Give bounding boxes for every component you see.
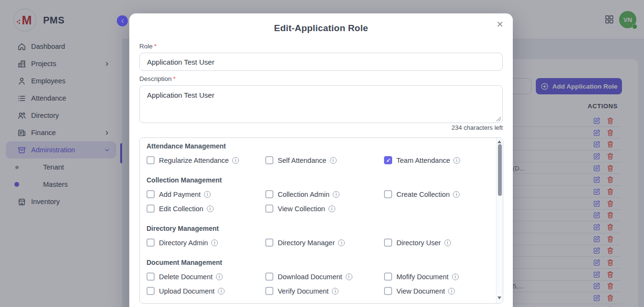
- permission-label: Create Collection: [396, 191, 450, 198]
- permission-section-title: Document Management: [147, 258, 496, 267]
- characters-left-counter: 234 characters left: [452, 124, 503, 131]
- permission-section-directory-management: Directory Management Directory Admin Dir…: [147, 224, 496, 248]
- checkbox[interactable]: [265, 156, 273, 164]
- permission-checkbox-self-attendance[interactable]: Self Attendance: [265, 155, 384, 165]
- info-icon: [444, 239, 451, 246]
- permission-label: Collection Admin: [278, 191, 329, 198]
- info-icon: [346, 273, 352, 280]
- checkbox[interactable]: [384, 287, 392, 295]
- checkbox[interactable]: [265, 190, 273, 198]
- checkbox[interactable]: [147, 205, 155, 213]
- close-icon[interactable]: ✕: [494, 18, 506, 31]
- checkbox[interactable]: [147, 239, 155, 247]
- checkbox[interactable]: [384, 190, 392, 198]
- checkbox[interactable]: [384, 273, 392, 281]
- permission-checkbox-create-collection[interactable]: Create Collection: [384, 189, 496, 199]
- info-icon: [232, 157, 239, 164]
- description-label: Description*: [139, 75, 176, 82]
- checkbox[interactable]: [265, 273, 273, 281]
- info-icon: [218, 288, 225, 295]
- checkbox[interactable]: [147, 273, 155, 281]
- permissions-list: Attendance Management Regularize Attenda…: [140, 138, 496, 303]
- info-icon: [448, 288, 455, 295]
- checkbox[interactable]: [265, 287, 273, 295]
- info-icon: [453, 191, 460, 198]
- chevron-left-icon: [120, 18, 125, 24]
- permission-label: View Collection: [278, 205, 325, 213]
- permission-label: Self Attendance: [278, 157, 327, 164]
- role-input[interactable]: [139, 53, 503, 71]
- permission-label: Verify Document: [278, 287, 328, 295]
- info-icon: [204, 191, 211, 198]
- permission-checkbox-edit-collection[interactable]: Edit Collection: [147, 204, 265, 214]
- info-icon: [216, 273, 223, 280]
- permission-checkbox-download-document[interactable]: Download Document: [265, 272, 384, 282]
- info-icon: [207, 205, 214, 212]
- permission-label: Add Payment: [159, 191, 201, 198]
- permission-label: Download Document: [278, 273, 342, 281]
- permission-label: Regularize Attendance: [159, 157, 229, 164]
- info-icon: [211, 239, 218, 246]
- permission-label: Directory Manager: [278, 239, 335, 247]
- edit-application-role-modal: Edit-Application Role ✕ Role* Descriptio…: [129, 13, 513, 307]
- info-icon: [338, 239, 345, 246]
- permission-checkbox-add-payment[interactable]: Add Payment: [147, 189, 265, 199]
- permissions-scrollbar[interactable]: [496, 138, 503, 303]
- permission-grid: Add Payment Collection Admin Create Coll…: [147, 189, 496, 214]
- checkbox[interactable]: [147, 287, 155, 295]
- info-icon: [333, 191, 339, 198]
- app-root: M PMS Dashboard Projects Employees Atten…: [0, 0, 644, 307]
- sidebar-collapse-button[interactable]: [117, 15, 128, 26]
- permission-checkbox-mofify-document[interactable]: Mofify Document: [384, 272, 496, 282]
- permission-checkbox-directory-user[interactable]: Directory User: [384, 238, 496, 248]
- permission-checkbox-verify-document[interactable]: Verify Document: [265, 286, 384, 296]
- permission-section-collection-management: Collection Management Add Payment Collec…: [147, 176, 496, 214]
- modal-title: Edit-Application Role: [129, 23, 513, 34]
- checkbox[interactable]: [147, 190, 155, 198]
- permission-grid: Directory Admin Directory Manager Direct…: [147, 238, 496, 248]
- checkbox[interactable]: [265, 205, 273, 213]
- checkbox[interactable]: [147, 156, 155, 164]
- permission-section-title: Attendance Management: [147, 142, 496, 150]
- permission-label: Upload Document: [159, 287, 215, 295]
- info-icon: [328, 205, 335, 212]
- permission-checkbox-upload-document[interactable]: Upload Document: [147, 286, 265, 296]
- permission-checkbox-team-attendance[interactable]: Team Attendance: [384, 155, 496, 165]
- required-asterisk: *: [154, 43, 157, 50]
- permission-checkbox-directory-manager[interactable]: Directory Manager: [265, 238, 384, 248]
- permission-checkbox-view-collection[interactable]: View Collection: [265, 204, 384, 214]
- required-asterisk: *: [173, 75, 176, 82]
- permission-label: Directory Admin: [159, 239, 208, 247]
- permission-label: View Document: [396, 287, 445, 295]
- role-label: Role*: [139, 43, 157, 50]
- permission-label: Mofify Document: [396, 273, 449, 281]
- checkbox[interactable]: [384, 156, 392, 164]
- permission-checkbox-collection-admin[interactable]: Collection Admin: [265, 189, 384, 199]
- scroll-down-arrow-icon[interactable]: [497, 296, 501, 299]
- checkbox[interactable]: [384, 239, 392, 247]
- permission-grid: Delete Document Download Document Mofify…: [147, 272, 496, 296]
- permission-label: Directory User: [396, 239, 441, 247]
- permission-label: Delete Document: [159, 273, 213, 281]
- permission-label: Edit Collection: [159, 205, 203, 213]
- info-icon: [332, 288, 339, 295]
- checkbox[interactable]: [265, 239, 273, 247]
- info-icon: [330, 157, 337, 164]
- permission-label: Team Attendance: [396, 157, 450, 164]
- permission-section-title: Collection Management: [147, 176, 496, 184]
- permission-grid: Regularize Attendance Self Attendance Te…: [147, 155, 496, 165]
- permission-checkbox-regularize-attendance[interactable]: Regularize Attendance: [147, 155, 265, 165]
- permission-section-title: Directory Management: [147, 224, 496, 233]
- permission-section-document-management: Document Management Delete Document Down…: [147, 258, 496, 296]
- permission-section-attendance-management: Attendance Management Regularize Attenda…: [147, 142, 496, 165]
- scroll-up-arrow-icon[interactable]: [497, 140, 501, 143]
- description-field-wrap: Application Test User: [139, 85, 503, 123]
- permission-checkbox-directory-admin[interactable]: Directory Admin: [147, 238, 265, 248]
- permission-checkbox-delete-document[interactable]: Delete Document: [147, 272, 265, 282]
- info-icon: [452, 273, 459, 280]
- description-textarea[interactable]: Application Test User: [139, 85, 503, 123]
- permission-checkbox-view-document[interactable]: View Document: [384, 286, 496, 296]
- info-icon: [453, 157, 460, 164]
- resize-handle-icon[interactable]: [496, 116, 501, 122]
- scrollbar-thumb[interactable]: [498, 144, 502, 196]
